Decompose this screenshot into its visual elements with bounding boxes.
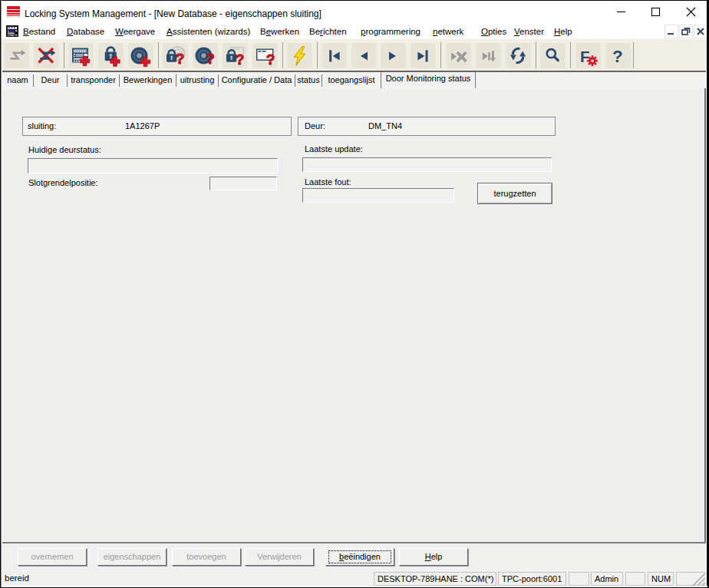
svg-text:?: ? xyxy=(206,51,215,67)
svg-text:?: ? xyxy=(176,51,185,67)
svg-text:?: ? xyxy=(236,51,245,68)
svg-text:F: F xyxy=(580,48,590,65)
svg-text:?: ? xyxy=(612,47,623,66)
svg-text:?: ? xyxy=(266,51,275,68)
